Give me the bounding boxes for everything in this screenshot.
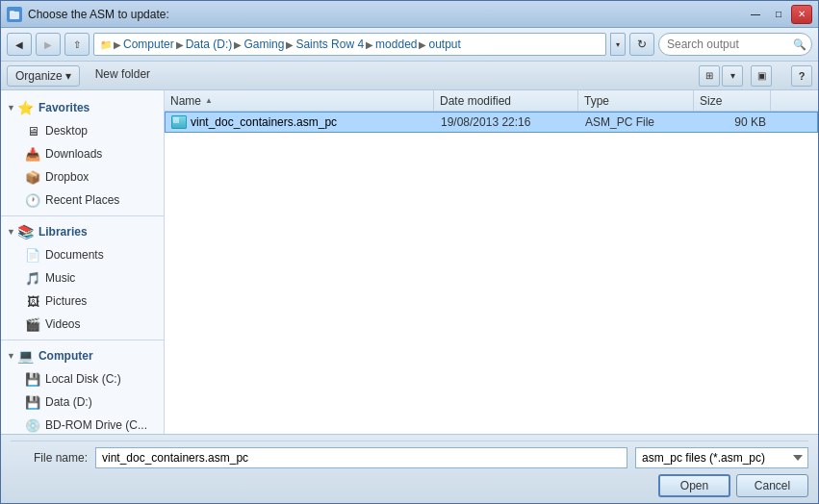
computer-label: Computer: [38, 349, 93, 363]
documents-icon: 📄: [25, 247, 40, 263]
breadcrumb-output[interactable]: output: [428, 38, 460, 51]
pictures-icon: 🖼: [25, 293, 40, 309]
cancel-label: Cancel: [755, 479, 790, 492]
view-buttons: ⊞ ▾ ▣: [699, 65, 772, 87]
breadcrumb-saintsrow[interactable]: Saints Row 4: [295, 38, 364, 51]
file-cell-type-0: ASM_PC File: [579, 115, 695, 129]
svg-rect-1: [10, 11, 14, 13]
sidebar-libraries-header[interactable]: ▼ 📚 Libraries: [1, 220, 164, 243]
downloads-icon: 📥: [25, 146, 40, 162]
buttons-row: Open Cancel: [11, 474, 808, 497]
favorites-label: Favorites: [38, 101, 90, 114]
view-details-button[interactable]: ⊞: [699, 65, 720, 87]
sidebar-item-local-disk-c[interactable]: 💾 Local Disk (C:): [1, 367, 164, 391]
sidebar: ▼ ⭐ Favorites 🖥 Desktop 📥 Downloads 📦 Dr…: [1, 90, 165, 434]
help-icon: ?: [799, 70, 806, 82]
col-header-type[interactable]: Type: [578, 90, 694, 111]
toolbar2: Organize ▾ New folder ⊞ ▾ ▣ ?: [1, 62, 818, 90]
music-icon: 🎵: [25, 270, 40, 286]
close-button[interactable]: ✕: [791, 5, 812, 24]
sidebar-item-recent-places[interactable]: 🕐 Recent Places: [1, 189, 164, 212]
maximize-button[interactable]: □: [768, 5, 789, 24]
preview-pane-button[interactable]: ▣: [751, 65, 772, 87]
organize-label: Organize: [15, 69, 63, 83]
col-header-date[interactable]: Date modified: [434, 90, 578, 111]
open-button[interactable]: Open: [658, 474, 730, 497]
titlebar-icon: [7, 7, 22, 22]
file-list-area: Name ▲ Date modified Type Size: [165, 90, 818, 434]
file-dialog-window: Choose the ASM to update: — □ ✕ ◀ ▶ ⇧ 📁 …: [0, 0, 819, 504]
dialog-title: Choose the ASM to update:: [28, 8, 745, 21]
view-dropdown-arrow: ▾: [730, 70, 735, 81]
filename-row: File name: asm_pc files (*.asm_pc)All Fi…: [11, 447, 808, 468]
sidebar-item-data-d[interactable]: 💾 Data (D:): [1, 391, 164, 414]
breadcrumb-folder-icon: 📁: [100, 39, 112, 50]
file-type-0: ASM_PC File: [585, 115, 654, 129]
local-disk-c-label: Local Disk (C:): [45, 372, 121, 386]
open-label: Open: [680, 479, 708, 492]
breadcrumb-data[interactable]: Data (D:): [186, 38, 233, 51]
sidebar-item-pictures[interactable]: 🖼 Pictures: [1, 290, 164, 313]
minimize-button[interactable]: —: [745, 5, 766, 24]
dropbox-icon: 📦: [25, 169, 40, 185]
sidebar-item-desktop[interactable]: 🖥 Desktop: [1, 119, 164, 142]
file-row-0[interactable]: vint_doc_containers.asm_pc 19/08/2013 22…: [165, 112, 818, 133]
file-date-0: 19/08/2013 22:16: [441, 115, 530, 129]
data-d-icon: 💾: [25, 394, 40, 410]
videos-icon: 🎬: [25, 316, 40, 332]
breadcrumb-sep-2: ▶: [234, 39, 242, 50]
file-size-0: 90 KB: [734, 115, 766, 129]
breadcrumb-modded[interactable]: modded: [375, 38, 417, 51]
view-dropdown-button[interactable]: ▾: [722, 65, 743, 87]
breadcrumb-dropdown-button[interactable]: ▾: [610, 33, 626, 56]
local-disk-c-icon: 💾: [25, 371, 40, 387]
data-d-label: Data (D:): [45, 395, 92, 409]
sidebar-item-downloads[interactable]: 📥 Downloads: [1, 142, 164, 165]
libraries-label: Libraries: [38, 225, 88, 239]
file-icon-0: [171, 114, 187, 130]
search-input[interactable]: [658, 33, 812, 56]
computer-arrow: ▼: [7, 351, 15, 361]
filetype-dropdown[interactable]: asm_pc files (*.asm_pc)All Files (*.*): [635, 447, 808, 468]
organize-button[interactable]: Organize ▾: [7, 65, 80, 87]
back-button[interactable]: ◀: [7, 33, 32, 56]
up-button[interactable]: ⇧: [64, 33, 90, 56]
sidebar-item-music[interactable]: 🎵 Music: [1, 266, 164, 290]
cancel-button[interactable]: Cancel: [736, 474, 808, 497]
sidebar-item-documents[interactable]: 📄 Documents: [1, 243, 164, 266]
breadcrumb-gaming[interactable]: Gaming: [243, 38, 284, 51]
breadcrumb-sep-5: ▶: [419, 39, 426, 50]
col-name-label: Name: [170, 94, 201, 108]
refresh-button[interactable]: ↻: [629, 33, 654, 56]
breadcrumb-computer[interactable]: Computer: [123, 38, 174, 51]
recent-places-icon: 🕐: [25, 192, 40, 208]
bottom-separator: [11, 441, 808, 441]
col-header-name[interactable]: Name ▲: [165, 90, 434, 111]
col-date-label: Date modified: [440, 94, 511, 108]
asm-file-icon: [171, 115, 187, 129]
sidebar-item-bdrom[interactable]: 💿 BD-ROM Drive (C...: [1, 414, 164, 434]
preview-icon: ▣: [757, 70, 766, 81]
address-toolbar: ◀ ▶ ⇧ 📁 ▶ Computer ▶ Data (D:) ▶ Gaming …: [1, 28, 818, 62]
sidebar-favorites-header[interactable]: ▼ ⭐ Favorites: [1, 96, 164, 119]
sidebar-divider-1: [1, 215, 164, 216]
svg-rect-0: [10, 12, 19, 19]
sidebar-divider-2: [1, 340, 164, 340]
file-list: vint_doc_containers.asm_pc 19/08/2013 22…: [165, 112, 818, 434]
pictures-label: Pictures: [45, 294, 87, 308]
filename-input[interactable]: [95, 447, 627, 468]
sidebar-item-dropbox[interactable]: 📦 Dropbox: [1, 165, 164, 189]
bottom-bar: File name: asm_pc files (*.asm_pc)All Fi…: [1, 434, 818, 503]
sidebar-computer-header[interactable]: ▼ 💻 Computer: [1, 344, 164, 367]
music-label: Music: [45, 271, 75, 285]
address-bar: ◀ ▶ ⇧ 📁 ▶ Computer ▶ Data (D:) ▶ Gaming …: [7, 32, 812, 57]
sidebar-item-videos[interactable]: 🎬 Videos: [1, 313, 164, 336]
col-type-label: Type: [584, 94, 609, 108]
bdrom-icon: 💿: [25, 417, 40, 433]
file-cell-name-0: vint_doc_containers.asm_pc: [166, 114, 435, 130]
forward-button[interactable]: ▶: [36, 33, 61, 56]
col-header-size[interactable]: Size: [694, 90, 771, 111]
col-size-label: Size: [700, 94, 722, 108]
help-button[interactable]: ?: [791, 65, 812, 87]
new-folder-button[interactable]: New folder: [88, 65, 158, 87]
